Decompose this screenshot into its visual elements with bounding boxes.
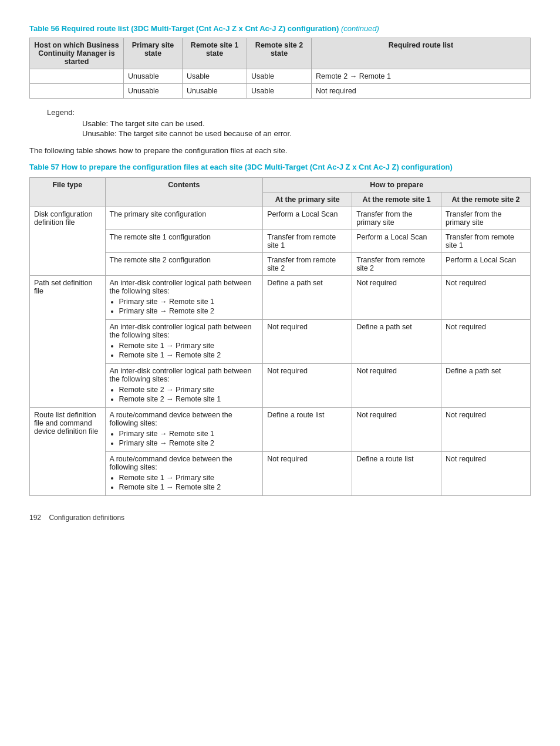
table56: Host on which Business Continuity Manage… xyxy=(29,38,531,99)
t57-contents-path2: An inter-disk controller logical path be… xyxy=(105,320,263,364)
list-item: Primary site → Remote site 2 xyxy=(119,307,259,315)
t56-row1-col5: Remote 2 → Remote 1 xyxy=(312,69,531,84)
t56-header-col3: Remote site 1 state xyxy=(183,38,247,69)
page-text: Configuration definitions xyxy=(49,514,124,522)
table-row: Route list definition file and command d… xyxy=(30,408,531,452)
table56-continued: (continued) xyxy=(341,24,379,33)
t57-filetype-routelist: Route list definition file and command d… xyxy=(30,408,106,496)
t57-contents-disk2: The remote site 1 configuration xyxy=(105,230,263,253)
t57-contents-disk1: The primary site configuration xyxy=(105,207,263,230)
t57-primary-path2: Not required xyxy=(263,320,352,364)
table-row: Unusable Usable Usable Remote 2 → Remote… xyxy=(30,69,531,84)
list-item: Remote site 1 → Primary site xyxy=(119,342,259,350)
list-item: Primary site → Remote site 1 xyxy=(119,430,259,438)
t57-remote2-path2: Not required xyxy=(441,320,531,364)
t57-remote1-path2: Define a path set xyxy=(352,320,441,364)
legend-item-2: Unusable: The target site cannot be used… xyxy=(82,129,531,138)
t57-remote1-disk2: Perform a Local Scan xyxy=(352,230,441,253)
t57-header-remote2: At the remote site 2 xyxy=(441,193,531,207)
table-row: Unusable Unusable Usable Not required xyxy=(30,84,531,99)
table-row: An inter-disk controller logical path be… xyxy=(30,320,531,364)
t56-row2-col3: Unusable xyxy=(183,84,247,99)
t57-contents-route1: A route/command device between the follo… xyxy=(105,408,263,452)
t57-remote1-route1: Not required xyxy=(352,408,441,452)
t57-header-filetype: File type xyxy=(30,178,106,207)
t57-remote1-disk3: Transfer from remote site 2 xyxy=(352,253,441,276)
t57-remote2-disk1: Transfer from the primary site xyxy=(441,207,531,230)
table-row: The remote site 1 configuration Transfer… xyxy=(30,230,531,253)
t57-primary-route2: Not required xyxy=(263,452,352,496)
table57-header-row1: File type Contents How to prepare xyxy=(30,178,531,193)
list-item: Remote site 1 → Remote site 2 xyxy=(119,483,259,491)
table-row: Path set definition file An inter-disk c… xyxy=(30,276,531,320)
t57-primary-route1: Define a route list xyxy=(263,408,352,452)
t57-remote1-disk1: Transfer from the primary site xyxy=(352,207,441,230)
t57-contents-path1: An inter-disk controller logical path be… xyxy=(105,276,263,320)
table56-title: Table 56 Required route list (3DC Multi-… xyxy=(29,23,531,34)
legend-item-1: Usable: The target site can be used. xyxy=(82,119,531,128)
list-item: Remote site 1 → Primary site xyxy=(119,474,259,482)
page-number: 192 xyxy=(29,514,41,522)
table56-title-text: Table 56 Required route list (3DC Multi-… xyxy=(29,24,339,33)
t57-header-remote1: At the remote site 1 xyxy=(352,193,441,207)
t57-contents-path3: An inter-disk controller logical path be… xyxy=(105,364,263,408)
t57-primary-disk3: Transfer from remote site 2 xyxy=(263,253,352,276)
t57-remote1-route2: Define a route list xyxy=(352,452,441,496)
table57-title: Table 57 How to prepare the configuratio… xyxy=(29,162,531,173)
list-item: Primary site → Remote site 2 xyxy=(119,439,259,447)
t56-row1-col4: Usable xyxy=(247,69,312,84)
t57-primary-disk2: Transfer from remote site 1 xyxy=(263,230,352,253)
legend-items: Usable: The target site can be used. Unu… xyxy=(82,119,531,138)
t56-row1-col3: Usable xyxy=(183,69,247,84)
t57-header-primary: At the primary site xyxy=(263,193,352,207)
list-item: Remote site 2 → Primary site xyxy=(119,386,259,394)
t57-header-howto: How to prepare xyxy=(263,178,531,193)
t56-row2-col2: Unusable xyxy=(124,84,183,99)
table56-section: Table 56 Required route list (3DC Multi-… xyxy=(29,23,531,99)
t57-remote2-route1: Not required xyxy=(441,408,531,452)
t56-row2-col1 xyxy=(30,84,124,99)
t56-row2-col5: Not required xyxy=(312,84,531,99)
t57-remote2-path3: Define a path set xyxy=(441,364,531,408)
legend-section: Legend: Usable: The target site can be u… xyxy=(47,108,531,138)
t57-contents-disk3: The remote site 2 configuration xyxy=(105,253,263,276)
t57-remote1-path3: Not required xyxy=(352,364,441,408)
t57-filetype-disk: Disk configuration definition file xyxy=(30,207,106,276)
t56-row2-col4: Usable xyxy=(247,84,312,99)
t57-primary-path3: Not required xyxy=(263,364,352,408)
t56-header-col5: Required route list xyxy=(312,38,531,69)
t57-primary-path1: Define a path set xyxy=(263,276,352,320)
list-item: Primary site → Remote site 1 xyxy=(119,298,259,306)
table-row: An inter-disk controller logical path be… xyxy=(30,364,531,408)
t56-row1-col2: Unusable xyxy=(124,69,183,84)
footer: 192 Configuration definitions xyxy=(29,514,531,522)
t56-header-col1: Host on which Business Continuity Manage… xyxy=(30,38,124,69)
t57-remote1-path1: Not required xyxy=(352,276,441,320)
t57-remote2-disk3: Perform a Local Scan xyxy=(441,253,531,276)
t56-header-col4: Remote site 2 state xyxy=(247,38,312,69)
t56-header-col2: Primary site state xyxy=(124,38,183,69)
t56-row1-col1 xyxy=(30,69,124,84)
t57-remote2-disk2: Transfer from remote site 1 xyxy=(441,230,531,253)
t57-contents-route2: A route/command device between the follo… xyxy=(105,452,263,496)
table-row: Disk configuration definition file The p… xyxy=(30,207,531,230)
list-item: Remote site 1 → Remote site 2 xyxy=(119,351,259,359)
table-row: The remote site 2 configuration Transfer… xyxy=(30,253,531,276)
t57-header-contents: Contents xyxy=(105,178,263,207)
t57-remote2-route2: Not required xyxy=(441,452,531,496)
following-text: The following table shows how to prepare… xyxy=(29,146,531,155)
table57: File type Contents How to prepare At the… xyxy=(29,177,531,496)
t57-filetype-pathset: Path set definition file xyxy=(30,276,106,408)
t57-primary-disk1: Perform a Local Scan xyxy=(263,207,352,230)
list-item: Remote site 2 → Remote site 1 xyxy=(119,395,259,403)
legend-label: Legend: xyxy=(47,108,531,117)
table-row: A route/command device between the follo… xyxy=(30,452,531,496)
t57-remote2-path1: Not required xyxy=(441,276,531,320)
